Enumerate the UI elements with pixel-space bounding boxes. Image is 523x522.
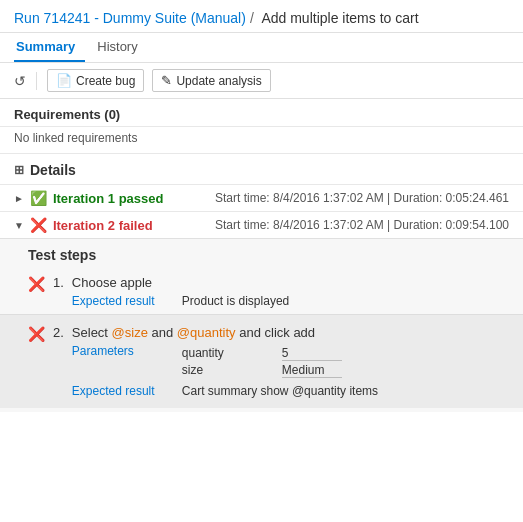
step-2-expected-param: @quantity bbox=[292, 384, 346, 398]
iteration-2-duration: 0:09:54.100 bbox=[446, 218, 509, 232]
iteration-1-name: Iteration 1 passed bbox=[53, 191, 164, 206]
step-2-param2: @quantity bbox=[177, 325, 236, 340]
step-1-expected-label: Expected result bbox=[72, 294, 182, 308]
update-analysis-button[interactable]: ✎ Update analysis bbox=[152, 69, 270, 92]
step-1-action: Choose apple bbox=[72, 275, 509, 290]
step-2-params-label: Parameters bbox=[72, 344, 182, 358]
step-1-row: ❌ 1. Choose apple Expected result Produc… bbox=[28, 271, 509, 312]
requirements-header: Requirements (0) bbox=[0, 99, 523, 127]
test-steps-title: Test steps bbox=[28, 247, 509, 263]
step-1-status-icon: ❌ bbox=[28, 276, 45, 292]
step-2-expected-label: Expected result bbox=[72, 384, 182, 398]
step-2-param1: @size bbox=[112, 325, 148, 340]
details-expand-icon[interactable]: ⊞ bbox=[14, 163, 24, 177]
toolbar-divider bbox=[36, 72, 37, 90]
page-title-bar: Run 714241 - Dummy Suite (Manual)/ Add m… bbox=[0, 0, 523, 33]
step-2-action-prefix: Select bbox=[72, 325, 112, 340]
iteration-2-toggle[interactable]: ▼ bbox=[14, 220, 24, 231]
iteration-1-meta: Start time: 8/4/2016 1:37:02 AM | Durati… bbox=[215, 191, 509, 205]
create-bug-button[interactable]: 📄 Create bug bbox=[47, 69, 144, 92]
tab-summary[interactable]: Summary bbox=[14, 33, 85, 62]
iteration-1-status-icon: ✅ bbox=[30, 190, 47, 206]
param-size-row: size Medium bbox=[182, 363, 342, 378]
no-requirements-message: No linked requirements bbox=[0, 127, 523, 154]
test-steps-section: Test steps ❌ 1. Choose apple Expected re… bbox=[0, 238, 523, 412]
toolbar: ↺ 📄 Create bug ✎ Update analysis bbox=[0, 63, 523, 99]
step-2-action-mid: and bbox=[148, 325, 177, 340]
step-2-action-suffix: and click add bbox=[236, 325, 316, 340]
step-2-expected-value: Cart summary show @quantity items bbox=[182, 384, 378, 398]
tab-history[interactable]: History bbox=[95, 33, 147, 62]
step-2-params-row: Parameters quantity 5 size Medium bbox=[72, 344, 509, 380]
pencil-icon: ✎ bbox=[161, 73, 172, 88]
iteration-2-meta: Start time: 8/4/2016 1:37:02 AM | Durati… bbox=[215, 218, 509, 232]
details-label: Details bbox=[30, 162, 76, 178]
title-separator: / bbox=[250, 10, 254, 26]
step-1-content: Choose apple Expected result Product is … bbox=[72, 275, 509, 308]
iteration-1-duration: 0:05:24.461 bbox=[446, 191, 509, 205]
tab-bar: Summary History bbox=[0, 33, 523, 63]
param-quantity-name: quantity bbox=[182, 346, 262, 361]
iteration-2-status-icon: ❌ bbox=[30, 217, 47, 233]
current-page-title: Add multiple items to cart bbox=[261, 10, 418, 26]
iteration-2-start: 8/4/2016 1:37:02 AM bbox=[273, 218, 384, 232]
iteration-1-row: ► ✅ Iteration 1 passed Start time: 8/4/2… bbox=[0, 184, 523, 211]
iteration-1-toggle[interactable]: ► bbox=[14, 193, 24, 204]
step-2-content: Select @size and @quantity and click add… bbox=[72, 325, 509, 398]
step-1-number: 1. bbox=[53, 275, 64, 290]
step-2-params-table: quantity 5 size Medium bbox=[182, 346, 342, 380]
param-size-value: Medium bbox=[282, 363, 342, 378]
step-1-expected-row: Expected result Product is displayed bbox=[72, 294, 509, 308]
run-title-link[interactable]: Run 714241 - Dummy Suite (Manual) bbox=[14, 10, 246, 26]
iteration-2-name: Iteration 2 failed bbox=[53, 218, 153, 233]
step-2-row: ❌ 2. Select @size and @quantity and clic… bbox=[28, 321, 509, 402]
bug-icon: 📄 bbox=[56, 73, 72, 88]
step-2-action: Select @size and @quantity and click add bbox=[72, 325, 509, 340]
iteration-2-row: ▼ ❌ Iteration 2 failed Start time: 8/4/2… bbox=[0, 211, 523, 238]
param-size-name: size bbox=[182, 363, 262, 378]
param-quantity-value: 5 bbox=[282, 346, 342, 361]
param-quantity-row: quantity 5 bbox=[182, 346, 342, 361]
details-header: ⊞ Details bbox=[0, 154, 523, 184]
step-2-status-icon: ❌ bbox=[28, 326, 45, 342]
update-analysis-label: Update analysis bbox=[176, 74, 261, 88]
step-1-expected-value: Product is displayed bbox=[182, 294, 289, 308]
step-2-number: 2. bbox=[53, 325, 64, 340]
step-2-expected-row: Expected result Cart summary show @quant… bbox=[72, 384, 509, 398]
refresh-icon[interactable]: ↺ bbox=[14, 73, 26, 89]
step-2-container: ❌ 2. Select @size and @quantity and clic… bbox=[0, 314, 523, 408]
create-bug-label: Create bug bbox=[76, 74, 135, 88]
iteration-1-start: 8/4/2016 1:37:02 AM bbox=[273, 191, 384, 205]
